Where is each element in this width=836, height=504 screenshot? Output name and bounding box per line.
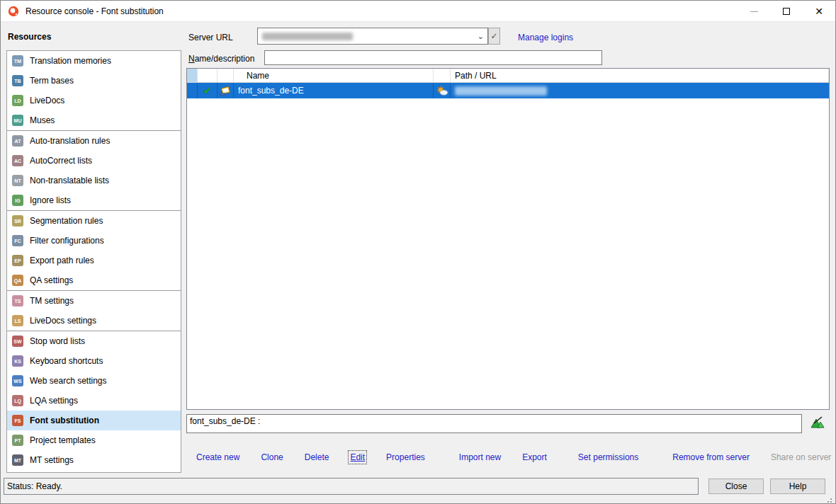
sidebar-item-lqa-settings[interactable]: LQLQA settings [7, 391, 181, 411]
sidebar-item-non-translatable-lists[interactable]: NTNon-translatable lists [7, 171, 181, 190]
server-url-label: Server URL [188, 33, 233, 42]
name-description-mnemonic: N [188, 54, 195, 64]
help-button[interactable]: Help [770, 479, 825, 494]
table-header-name[interactable]: Name [234, 69, 434, 82]
minimize-button[interactable] [738, 1, 770, 22]
share-on-server-link: Share on server [771, 452, 831, 462]
sidebar-item-label: Muses [30, 115, 55, 125]
export-path-rules-icon: EP [12, 255, 23, 266]
sidebar-item-label: Term bases [30, 76, 74, 86]
table-header-status[interactable] [198, 69, 218, 82]
row-name-cell: font_subs_de-DE [234, 83, 434, 98]
sidebar-item-qa-settings[interactable]: QAQA settings [7, 270, 181, 290]
stop-word-lists-icon: SW [12, 336, 23, 347]
server-select-button[interactable]: ✓ [488, 28, 500, 45]
livedocs-icon: LD [12, 95, 23, 106]
resource-table: Name Path / URL ✔ font_subs_de-DE [186, 68, 830, 410]
mt-settings-icon: MT [12, 454, 23, 466]
resource-description-box[interactable]: font_subs_de-DE : [186, 414, 802, 433]
sidebar-item-label: LiveDocs [30, 96, 64, 105]
sidebar-item-export-path-rules[interactable]: EPExport path rules [7, 251, 181, 270]
server-url-redacted-value [262, 33, 353, 40]
lqa-settings-icon: LQ [12, 395, 23, 406]
status-text: Status: Ready. [7, 481, 62, 491]
import-new-link[interactable]: Import new [459, 452, 501, 462]
row-location-cell [434, 83, 451, 98]
minimize-icon [750, 11, 758, 12]
sidebar-item-term-bases[interactable]: TBTerm bases [7, 71, 181, 91]
create-new-link[interactable]: Create new [196, 452, 239, 462]
sidebar-item-label: Filter configurations [30, 236, 104, 246]
memoq-logo-icon [8, 6, 19, 17]
table-header-path[interactable]: Path / URL [451, 69, 829, 82]
sidebar-item-web-search-settings[interactable]: WSWeb search settings [7, 371, 181, 391]
sidebar-item-tm-settings[interactable]: TSTM settings [7, 291, 181, 311]
auto-translation-rules-icon: AT [12, 135, 23, 147]
sidebar-item-segmentation-rules[interactable]: SRSegmentation rules [7, 211, 181, 231]
maximize-icon [783, 8, 790, 15]
sidebar-item-label: MT settings [30, 455, 74, 465]
properties-link[interactable]: Properties [386, 452, 425, 462]
sidebar-item-livedocs[interactable]: LDLiveDocs [7, 91, 181, 110]
translation-memories-icon: TM [12, 55, 23, 67]
sidebar-item-label: Web search settings [30, 376, 107, 386]
window-title: Resource console - Font substitution [26, 6, 164, 16]
server-url-combobox[interactable]: ⌄ [257, 28, 488, 45]
sidebar-item-ignore-lists[interactable]: IGIgnore lists [7, 190, 181, 210]
edit-link[interactable]: Edit [350, 452, 365, 462]
set-permissions-link[interactable]: Set permissions [578, 452, 638, 462]
resize-grip[interactable] [830, 498, 832, 500]
resource-console-window: Resource console - Font substitution ✕ R… [0, 0, 836, 504]
qa-settings-icon: QA [12, 275, 23, 286]
row-type-cell [218, 83, 234, 98]
delete-link[interactable]: Delete [305, 452, 329, 462]
sidebar-item-translation-memories[interactable]: TMTranslation memories [7, 51, 181, 71]
resource-toolbar: Create newCloneDeleteEditPropertiesImpor… [186, 445, 831, 469]
maximize-button[interactable] [770, 1, 803, 22]
project-templates-icon: PT [12, 435, 23, 446]
apply-description-icon [810, 416, 825, 430]
sidebar-item-label: TM settings [30, 296, 74, 306]
sidebar-item-autocorrect-lists[interactable]: ACAutoCorrect lists [7, 151, 181, 171]
name-description-input[interactable] [264, 50, 602, 65]
sidebar-item-auto-translation-rules[interactable]: ATAuto-translation rules [7, 131, 181, 151]
clone-link[interactable]: Clone [261, 452, 283, 462]
row-path-cell [451, 83, 829, 98]
web-search-settings-icon: WS [12, 375, 23, 386]
table-header-location[interactable] [434, 69, 451, 82]
font-substitution-icon: FS [12, 415, 23, 426]
sidebar-item-stop-word-lists[interactable]: SWStop word lists [7, 331, 181, 351]
name-description-label: Name/description [188, 54, 254, 64]
export-link[interactable]: Export [522, 452, 547, 462]
sidebar-item-livedocs-settings[interactable]: LSLiveDocs settings [7, 311, 181, 331]
apply-description-button[interactable] [810, 416, 825, 430]
table-header-type[interactable] [218, 69, 234, 82]
resources-list: TMTranslation memoriesTBTerm basesLDLive… [6, 50, 181, 473]
resource-type-icon [220, 86, 231, 96]
keyboard-shortcuts-icon: KS [12, 355, 23, 367]
sidebar-item-font-substitution[interactable]: FSFont substitution [7, 411, 181, 430]
name-description-label-rest: ame/description [195, 54, 255, 64]
close-window-button[interactable]: ✕ [803, 1, 835, 22]
sidebar-item-label: AutoCorrect lists [30, 156, 92, 166]
resource-description-text: font_subs_de-DE : [190, 416, 260, 426]
sidebar-item-project-templates[interactable]: PTProject templates [7, 430, 181, 450]
close-icon: ✕ [815, 6, 823, 16]
remove-from-server-link[interactable]: Remove from server [672, 452, 750, 462]
row-status-cell: ✔ [198, 83, 218, 98]
status-bar: Status: Ready. [4, 478, 699, 495]
muses-icon: MU [12, 115, 23, 126]
sidebar-item-keyboard-shortcuts[interactable]: KSKeyboard shortcuts [7, 351, 181, 371]
table-header-selector[interactable] [187, 69, 198, 82]
sidebar-item-label: Auto-translation rules [30, 136, 110, 146]
sidebar-item-mt-settings[interactable]: MTMT settings [7, 450, 181, 470]
term-bases-icon: TB [12, 75, 23, 86]
sidebar-item-label: Segmentation rules [30, 216, 103, 226]
sidebar-item-filter-configurations[interactable]: FCFilter configurations [7, 231, 181, 251]
table-row[interactable]: ✔ font_subs_de-DE [187, 83, 829, 98]
sidebar-item-label: LiveDocs settings [30, 316, 96, 326]
close-button[interactable]: Close [708, 479, 764, 494]
sidebar-item-muses[interactable]: MUMuses [7, 110, 181, 130]
manage-logins-link[interactable]: Manage logins [518, 33, 573, 42]
enabled-check-icon: ✔ [203, 85, 212, 96]
